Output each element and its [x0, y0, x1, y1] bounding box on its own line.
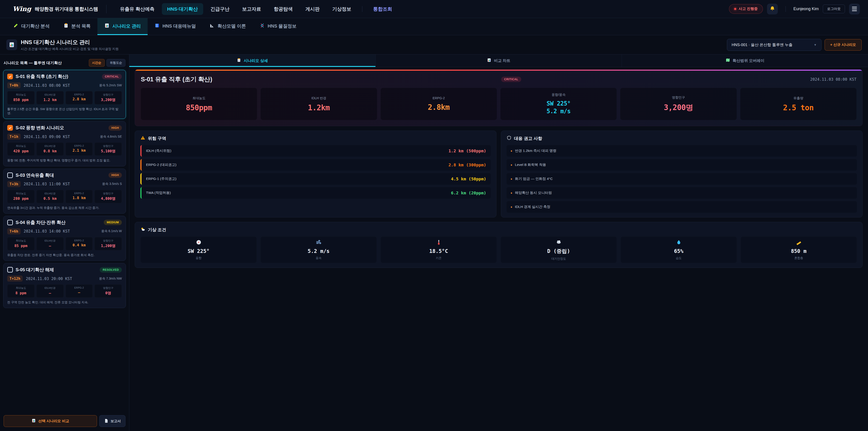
stat-max-concentration: 최대농도85 ppm [7, 237, 35, 250]
sort-by-time-button[interactable]: 시간순 [89, 59, 105, 67]
subtab-label: 확산모델 이론 [217, 23, 246, 29]
scenario-checkbox[interactable] [7, 74, 13, 79]
logout-button[interactable]: 로그아웃 [823, 4, 845, 13]
nav-item-reports[interactable]: 보고자료 [237, 3, 267, 15]
scenario-sidebar: 시나리오 목록 — 톨루엔 대기확산 시간순 위험도순 S-01 유출 직후 (… [0, 55, 129, 431]
time-offset-badge: T+1h [7, 133, 21, 140]
page-title: HNS 대기확산 시나리오 관리 [21, 39, 119, 46]
stat-idlh-radius: IDLH반경1.2 km [36, 91, 64, 104]
subtab-scenario-management[interactable]: 시나리오 관리 [97, 18, 148, 35]
incident-select-value: HNS-001 · 울산 온산항 톨루엔 누출 [732, 42, 793, 48]
incident-select[interactable]: HNS-001 · 울산 온산항 톨루엔 누출 ▼ [727, 39, 822, 51]
report-button[interactable]: 보고서 [99, 415, 125, 427]
nav-item-hns-dispersion[interactable]: HNS·대기확산 [162, 3, 203, 15]
scenario-card-s03[interactable]: S-03 연속유출 확대 HIGH T+3h 2024.11.03 11:00 … [3, 168, 126, 214]
hazard-row-idlh: IDLH (즉시위험) 1.2 km (500ppm) [141, 145, 491, 157]
scenario-description: 풍향 SE 전환. 주거지역 방향 확산 확대. 영향인구 증가. 대피 범위 … [7, 158, 122, 162]
user-name: Eunjeong Kim [794, 6, 819, 11]
tab-label: 시나리오 상세 [244, 58, 268, 63]
scenario-checkbox[interactable] [7, 267, 13, 273]
stat-max-concentration: 최대농도850 ppm [7, 91, 35, 104]
stat-idlh-radius: IDLH반경0.5 km [36, 190, 64, 203]
scenario-title: S-04 유출 차단·잔류 확산 [16, 219, 66, 225]
severity-badge: HIGH [108, 173, 122, 178]
weather-temperature: 18.5°C 기온 [380, 237, 497, 263]
scenario-card-s01[interactable]: S-01 유출 직후 (초기 확산) CRITICAL T+0h 2024.11… [3, 70, 126, 119]
bar-chart-icon [6, 39, 17, 50]
scenario-datetime: 2024.11.03 20:00 KST [26, 276, 72, 281]
scenario-description: 전 구역 안전 농도 확인. 대피 해제. 잔류 오염 모니터링 지속. [7, 300, 122, 304]
time-offset-badge: T+12h [7, 276, 23, 282]
alert-dot-icon [734, 8, 736, 10]
severity-badge: MEDIUM [104, 220, 122, 225]
hazard-row-erpg2: ERPG-2 (대피권고) 2.8 km (300ppm) [141, 159, 491, 171]
stat-idlh-radius: IDLH반경– [36, 284, 64, 298]
scenario-checkbox[interactable] [7, 220, 13, 225]
scenario-card-s04[interactable]: S-04 유출 차단·잔류 확산 MEDIUM T+6h 2024.11.03 … [3, 216, 126, 261]
detail-tab-bar: 시나리오 상세 비교 차트 확산범위 오버레이 [129, 55, 868, 67]
time-offset-badge: T+3h [7, 181, 21, 187]
nav-item-emergency-rescue[interactable]: 긴급구난 [205, 3, 235, 15]
detail-title: S-01 유출 직후 (초기 확산) [141, 75, 212, 83]
bell-icon [770, 6, 775, 12]
scenario-checkbox[interactable] [7, 173, 13, 178]
subtab-analysis-list[interactable]: 분석 목록 [57, 18, 98, 35]
scenario-card-s02[interactable]: S-02 풍향 변화 시나리오 HIGH T+1h 2024.11.03 09:… [3, 121, 126, 166]
subtab-dispersion-analysis[interactable]: 대기확산 분석 [6, 18, 57, 35]
scenario-wind: 풍속 4.8m/s SE [100, 135, 122, 139]
tab-dispersion-overlay[interactable]: 확산범위 오버레이 [622, 55, 868, 67]
thermometer-icon [436, 239, 442, 246]
tab-compare-chart[interactable]: 비교 차트 [376, 55, 622, 67]
app-logo: Wing 해양환경 위기대응 통합시스템 [13, 5, 98, 13]
stat-max-concentration: 최대농도280 ppm [7, 190, 35, 203]
severity-badge: RESOLVED [100, 267, 122, 273]
tab-scenario-detail[interactable]: 시나리오 상세 [129, 55, 376, 67]
page-subtitle: 시간·조건별 대기확산 예측 시나리오 비교·검토 및 대응 의사결정 지원 [21, 47, 119, 51]
scenario-wind: 풍속 5.2m/s SW [99, 83, 122, 88]
droplet-icon [676, 239, 682, 246]
menu-button[interactable] [849, 4, 860, 14]
wind-icon [316, 239, 322, 246]
subtab-hns-substance-info[interactable]: HNS 물질정보 [253, 18, 303, 35]
bar-chart-icon [104, 23, 110, 29]
nav-item-oil-spill[interactable]: 유출유 확산예측 [115, 3, 160, 15]
stat-erpg2: ERPG-20.4 km [66, 237, 93, 250]
weather-stability: D (중립) 대기안정도 [500, 237, 617, 263]
stat-affected-population: 영향인구3,200명 [94, 91, 122, 104]
detail-stat-max-concentration: 최대농도 850ppm [141, 88, 257, 120]
weather-wind-speed: 5.2 m/s 풍속 [260, 237, 377, 263]
compare-scenarios-button[interactable]: 선택 시나리오 비교 [4, 415, 97, 427]
stat-idlh-radius: IDLH반경0.8 km [36, 143, 64, 156]
nav-item-air-search[interactable]: 항공탐색 [268, 3, 298, 15]
weather-mixing-height: 850 m 혼합층 [741, 237, 857, 263]
weather-panel-title: 기상 조건 [148, 227, 166, 233]
new-scenario-button[interactable]: + 신규 시나리오 [825, 39, 862, 51]
scenario-title: S-01 유출 직후 (초기 확산) [16, 73, 68, 80]
subtab-hns-manual[interactable]: HNS 대응매뉴얼 [148, 18, 203, 35]
sun-cloud-icon [141, 227, 145, 233]
nav-item-board[interactable]: 게시판 [300, 3, 325, 15]
notifications-button[interactable] [767, 4, 778, 14]
time-offset-badge: T+6h [7, 228, 21, 235]
incident-status-label: 사고 진행중 [739, 6, 757, 11]
weather-humidity: 65% 습도 [620, 237, 737, 263]
hazard-zones-panel: 위험 구역 IDLH (즉시위험) 1.2 km (500ppm) ERPG-2… [135, 131, 496, 217]
reco-panel-title: 대응 권고 사항 [514, 135, 542, 142]
scenario-checkbox[interactable] [7, 125, 13, 131]
stat-erpg2: ERPG-22.1 km [66, 143, 93, 156]
page-header: HNS 대기확산 시나리오 관리 시간·조건별 대기확산 예측 시나리오 비교·… [0, 35, 868, 55]
reco-item: • 화기 엄금 — 인화점 4°C [506, 173, 857, 185]
triangle-ruler-icon [209, 23, 215, 29]
scenario-card-s05[interactable]: S-05 대기확산 해제 RESOLVED T+12h 2024.11.03 2… [3, 263, 126, 308]
scenario-description: 연속유출 3시간 경과. 누적 유출량 증가. 풍속 감소로 체류 시간 증가. [7, 206, 122, 210]
sort-by-risk-button[interactable]: 위험도순 [106, 59, 125, 67]
hazard-row-twa: TWA (작업허용) 6.2 km (20ppm) [141, 187, 491, 199]
nav-item-weather-info[interactable]: 기상정보 [327, 3, 357, 15]
book-icon [154, 23, 160, 29]
stat-max-concentration: 최대농도8 ppm [7, 284, 35, 298]
bullet-icon: • [510, 191, 512, 195]
nav-item-integrated-search[interactable]: 통합조회 [368, 3, 398, 15]
tab-label: 확산범위 오버레이 [733, 58, 765, 63]
top-right-cluster: 사고 진행중 Eunjeong Kim 로그아웃 [729, 4, 860, 14]
subtab-diffusion-model-theory[interactable]: 확산모델 이론 [203, 18, 253, 35]
